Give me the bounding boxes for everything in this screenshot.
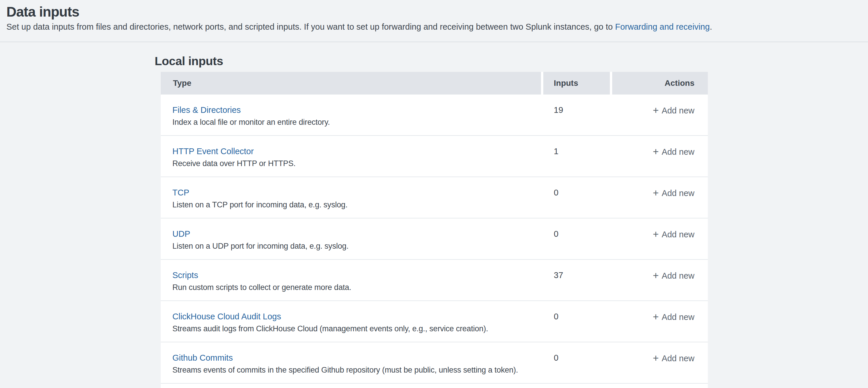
input-type-description: Listen on a UDP port for incoming data, … [173, 240, 541, 252]
type-cell: TCP Listen on a TCP port for incoming da… [161, 177, 541, 218]
forwarding-and-receiving-link[interactable]: Forwarding and receiving [615, 22, 710, 31]
actions-cell: +Add new [612, 301, 708, 342]
add-new-button[interactable]: +Add new [653, 352, 694, 364]
input-type-description: Streams events of commits in the specifi… [173, 364, 541, 376]
plus-icon: + [653, 310, 659, 323]
actions-cell: +Add new [612, 260, 708, 300]
table-row: ClickHouse Cloud Audit Logs Streams audi… [161, 301, 708, 342]
inputs-count-cell: 19 [543, 94, 610, 135]
column-header-inputs: Inputs [543, 72, 610, 94]
type-cell: HTTP Event Collector Receive data over H… [161, 136, 541, 177]
input-type-description: Index a local file or monitor an entire … [173, 116, 541, 128]
add-new-button[interactable]: +Add new [653, 104, 694, 117]
plus-icon: + [653, 187, 659, 199]
type-cell: Github Commits Streams events of commits… [161, 342, 541, 383]
add-new-button[interactable]: +Add new [653, 269, 694, 282]
table-row: Files & Directories Index a local file o… [161, 94, 708, 136]
inputs-count: 0 [554, 188, 558, 197]
column-header-actions: Actions [612, 72, 708, 94]
type-cell: Files & Directories Index a local file o… [161, 94, 541, 135]
column-header-type: Type [161, 72, 541, 94]
table-row: TCP Listen on a TCP port for incoming da… [161, 177, 708, 218]
input-type-link[interactable]: ClickHouse Cloud Audit Logs [173, 310, 281, 323]
table-row: HTTP Event Collector Receive data over H… [161, 136, 708, 177]
plus-icon: + [653, 104, 659, 116]
actions-cell: +Add new [612, 342, 708, 383]
page-header: Data inputs Set up data inputs from file… [0, 0, 868, 42]
add-new-label: Add new [661, 187, 694, 199]
partial-next-row [161, 384, 708, 388]
inputs-count-cell: 1 [543, 136, 610, 177]
add-new-label: Add new [661, 352, 694, 364]
inputs-count-cell: 0 [543, 177, 610, 218]
inputs-count: 37 [554, 270, 563, 280]
actions-cell: +Add new [612, 94, 708, 135]
add-new-button[interactable]: +Add new [653, 228, 694, 241]
inputs-count: 0 [554, 229, 558, 239]
add-new-button[interactable]: +Add new [653, 186, 694, 199]
inputs-count: 1 [554, 147, 558, 156]
add-new-label: Add new [661, 105, 694, 117]
table-row: UDP Listen on a UDP port for incoming da… [161, 218, 708, 260]
inputs-count-cell: 0 [543, 342, 610, 383]
page-subtitle: Set up data inputs from files and direct… [6, 22, 856, 32]
subtitle-text: Set up data inputs from files and direct… [6, 22, 615, 31]
input-type-description: Run custom scripts to collect or generat… [173, 281, 541, 294]
input-type-description: Receive data over HTTP or HTTPS. [173, 157, 541, 170]
inputs-count-cell: 0 [543, 218, 610, 259]
inputs-count: 0 [554, 353, 558, 362]
actions-cell: +Add new [612, 177, 708, 218]
add-new-label: Add new [661, 146, 694, 158]
inputs-count-cell: 37 [543, 260, 610, 300]
input-type-link[interactable]: Scripts [173, 269, 198, 281]
table-header-row: Type Inputs Actions [161, 72, 708, 94]
type-cell: Scripts Run custom scripts to collect or… [161, 260, 541, 300]
type-cell: UDP Listen on a UDP port for incoming da… [161, 218, 541, 259]
plus-icon: + [653, 228, 659, 240]
actions-cell: +Add new [612, 136, 708, 177]
add-new-button[interactable]: +Add new [653, 145, 694, 158]
plus-icon: + [653, 269, 659, 281]
actions-cell: +Add new [612, 218, 708, 259]
local-inputs-table: Type Inputs Actions Files & Directories … [161, 72, 708, 388]
add-new-label: Add new [661, 270, 694, 282]
input-type-description: Listen on a TCP port for incoming data, … [173, 199, 541, 211]
input-type-link[interactable]: Files & Directories [173, 104, 241, 116]
inputs-count: 0 [554, 312, 558, 321]
input-type-link[interactable]: HTTP Event Collector [173, 145, 254, 157]
section-title-local-inputs: Local inputs [155, 54, 868, 68]
inputs-count: 19 [554, 105, 563, 115]
plus-icon: + [653, 145, 659, 158]
type-cell: ClickHouse Cloud Audit Logs Streams audi… [161, 301, 541, 342]
input-type-link[interactable]: Github Commits [173, 352, 233, 364]
table-row: Github Commits Streams events of commits… [161, 342, 708, 384]
table-body: Files & Directories Index a local file o… [161, 94, 708, 384]
add-new-button[interactable]: +Add new [653, 310, 694, 323]
input-type-link[interactable]: TCP [173, 186, 189, 199]
add-new-label: Add new [661, 228, 694, 241]
table-row: Scripts Run custom scripts to collect or… [161, 260, 708, 301]
input-type-link[interactable]: UDP [173, 228, 190, 240]
content-area: Local inputs Type Inputs Actions Files &… [0, 54, 868, 388]
subtitle-period: . [710, 22, 712, 31]
page-title: Data inputs [6, 4, 856, 20]
add-new-label: Add new [661, 311, 694, 323]
input-type-description: Streams audit logs from ClickHouse Cloud… [173, 323, 541, 335]
plus-icon: + [653, 352, 659, 364]
inputs-count-cell: 0 [543, 301, 610, 342]
